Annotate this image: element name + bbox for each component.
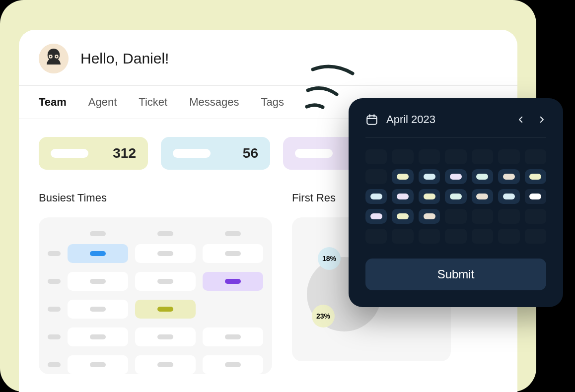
calendar-day[interactable] bbox=[365, 169, 387, 184]
bt-cell-highlight-olive[interactable] bbox=[135, 300, 196, 319]
calendar-day[interactable] bbox=[498, 209, 519, 224]
calendar-icon bbox=[365, 113, 378, 126]
bt-cell[interactable] bbox=[135, 244, 196, 263]
tab-team[interactable]: Team bbox=[39, 96, 67, 109]
calendar-day-selected[interactable] bbox=[419, 189, 440, 204]
calendar-day-selected[interactable] bbox=[498, 189, 519, 204]
calendar-day-selected[interactable] bbox=[498, 169, 519, 184]
calendar-day[interactable] bbox=[445, 149, 466, 164]
calendar-day-selected[interactable] bbox=[365, 209, 387, 224]
calendar-day[interactable] bbox=[392, 149, 413, 164]
calendar-day[interactable] bbox=[525, 189, 546, 204]
calendar-day[interactable] bbox=[498, 149, 519, 164]
bt-cell[interactable] bbox=[68, 327, 128, 346]
calendar-day[interactable] bbox=[472, 229, 493, 244]
calendar-day-selected[interactable] bbox=[392, 189, 413, 204]
header: Hello, Daniel! bbox=[19, 30, 517, 86]
calendar-day[interactable] bbox=[525, 229, 546, 244]
tab-messages[interactable]: Messages bbox=[189, 96, 239, 109]
calendar-day-selected[interactable] bbox=[445, 169, 466, 184]
bt-cell[interactable] bbox=[135, 355, 196, 374]
tab-ticket[interactable]: Ticket bbox=[139, 96, 167, 109]
bt-cell[interactable] bbox=[203, 244, 263, 263]
tab-tags[interactable]: Tags bbox=[261, 96, 284, 109]
bt-cell[interactable] bbox=[135, 327, 196, 346]
calendar-day[interactable] bbox=[445, 209, 466, 224]
calendar-day-selected[interactable] bbox=[392, 169, 413, 184]
avatar bbox=[39, 44, 69, 73]
bt-cell-highlight-blue[interactable] bbox=[68, 244, 128, 263]
bt-cell[interactable] bbox=[203, 327, 263, 346]
calendar-day-selected[interactable] bbox=[419, 209, 440, 224]
calendar-day[interactable] bbox=[445, 229, 466, 244]
stat-card-1[interactable]: 56 bbox=[161, 137, 270, 170]
bt-cell[interactable] bbox=[135, 272, 196, 291]
calendar-day-selected[interactable] bbox=[472, 169, 493, 184]
calendar-day[interactable] bbox=[419, 149, 440, 164]
bt-cell[interactable] bbox=[68, 300, 128, 319]
svg-point-6 bbox=[56, 56, 58, 58]
donut-badge-23: 23% bbox=[312, 305, 335, 327]
calendar-day-selected[interactable] bbox=[445, 189, 466, 204]
stat-value-1: 56 bbox=[243, 145, 258, 161]
bt-cell[interactable] bbox=[203, 355, 263, 374]
calendar-day[interactable] bbox=[525, 149, 546, 164]
busiest-times-grid bbox=[39, 217, 272, 374]
calendar-day-selected[interactable] bbox=[525, 169, 546, 184]
calendar-day-selected[interactable] bbox=[365, 189, 387, 204]
calendar-day[interactable] bbox=[392, 229, 413, 244]
tab-agent[interactable]: Agent bbox=[88, 96, 117, 109]
svg-rect-7 bbox=[367, 116, 377, 124]
busiest-times-panel: Busiest Times bbox=[39, 192, 272, 383]
calendar-day[interactable] bbox=[472, 149, 493, 164]
calendar-day-selected[interactable] bbox=[419, 169, 440, 184]
calendar-day-selected[interactable] bbox=[472, 189, 493, 204]
calendar-day[interactable] bbox=[498, 229, 519, 244]
chevron-right-icon[interactable] bbox=[537, 115, 546, 124]
stat-card-0[interactable]: 312 bbox=[39, 137, 148, 170]
bt-cell-highlight-purple[interactable] bbox=[203, 272, 263, 291]
calendar-day[interactable] bbox=[525, 209, 546, 224]
busiest-times-label: Busiest Times bbox=[39, 192, 272, 204]
calendar-day[interactable] bbox=[472, 209, 493, 224]
calendar-day-selected[interactable] bbox=[392, 209, 413, 224]
submit-button[interactable]: Submit bbox=[365, 259, 546, 290]
calendar-day[interactable] bbox=[365, 229, 387, 244]
calendar-day[interactable] bbox=[365, 149, 387, 164]
donut-badge-18: 18% bbox=[318, 247, 341, 270]
bt-cell[interactable] bbox=[68, 272, 128, 291]
greeting-text: Hello, Daniel! bbox=[80, 50, 169, 67]
svg-point-5 bbox=[50, 56, 52, 58]
stat-value-0: 312 bbox=[113, 145, 136, 161]
calendar-popover: April 2023 Submit bbox=[349, 98, 563, 307]
calendar-title: April 2023 bbox=[386, 113, 435, 126]
calendar-grid bbox=[365, 149, 546, 244]
bt-cell[interactable] bbox=[68, 355, 128, 374]
chevron-left-icon[interactable] bbox=[516, 115, 525, 124]
calendar-day[interactable] bbox=[419, 229, 440, 244]
